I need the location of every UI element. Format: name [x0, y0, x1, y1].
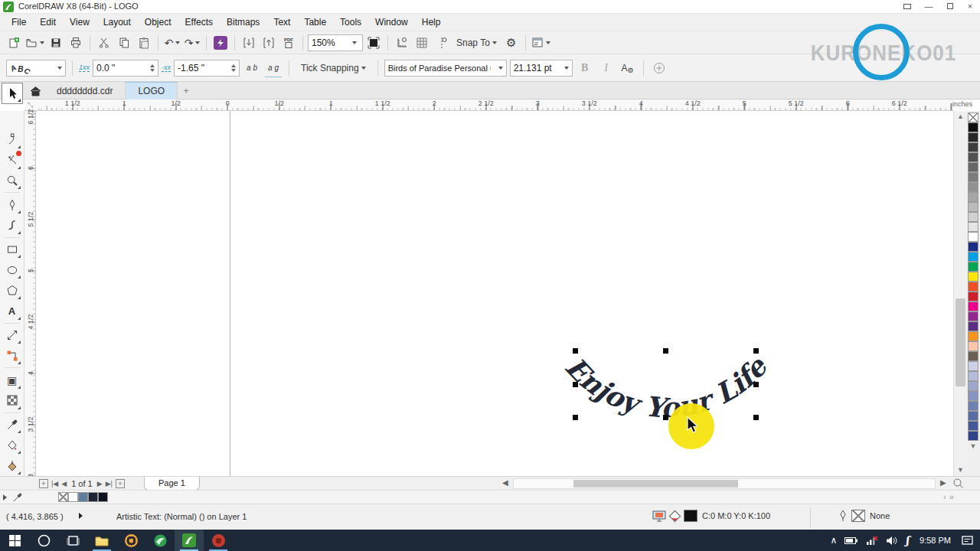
- action-center-icon[interactable]: [962, 535, 974, 546]
- palette-swatch[interactable]: [968, 112, 978, 122]
- menu-item[interactable]: Layout: [96, 15, 138, 30]
- document-palette-swatch[interactable]: [88, 492, 98, 502]
- palette-swatch[interactable]: [968, 331, 978, 341]
- menu-item[interactable]: Effects: [178, 15, 220, 30]
- polygon-tool[interactable]: [2, 280, 22, 301]
- selection-handle-bottom-right[interactable]: [753, 415, 759, 420]
- horizontal-ruler[interactable]: 1 1/211/201/211 1/222 1/233 1/244 1/255 …: [36, 99, 953, 111]
- logo-badge[interactable]: Evder Evder Enjoy Your Life: [366, 111, 953, 476]
- selection-handle-top-left[interactable]: [573, 348, 578, 354]
- new-tab-button[interactable]: +: [178, 82, 194, 99]
- palette-swatch[interactable]: [968, 341, 978, 351]
- battery-icon[interactable]: [844, 536, 858, 545]
- taskbar-app-orange[interactable]: [116, 530, 145, 551]
- application-launcher-button[interactable]: [531, 34, 551, 52]
- palette-swatch[interactable]: [968, 172, 978, 182]
- status-flyout-icon[interactable]: [79, 513, 83, 519]
- scroll-right-button[interactable]: ▶: [940, 478, 946, 487]
- vertical-scrollbar-thumb[interactable]: [956, 298, 965, 386]
- redo-button[interactable]: ↷: [183, 34, 201, 52]
- publish-pdf-button[interactable]: PDF: [279, 34, 298, 52]
- document-tab[interactable]: LOGO: [126, 82, 178, 99]
- horizontal-scrollbar-thumb[interactable]: [573, 480, 738, 487]
- zoom-tool[interactable]: [2, 171, 22, 191]
- distance-spinner[interactable]: [150, 64, 155, 72]
- horizontal-scrollbar[interactable]: [513, 478, 936, 489]
- search-content-button[interactable]: [211, 34, 230, 52]
- open-button[interactable]: [24, 34, 45, 52]
- ellipse-tool[interactable]: [2, 259, 22, 280]
- palette-swatch[interactable]: [968, 292, 978, 302]
- zoom-caret-icon[interactable]: [352, 41, 357, 44]
- snap-to-dropdown[interactable]: Snap To: [452, 34, 501, 52]
- add-page-button-right[interactable]: +: [116, 479, 125, 488]
- font-size-dropdown[interactable]: [510, 60, 573, 77]
- menu-item[interactable]: File: [5, 15, 33, 30]
- font-size-input[interactable]: [514, 63, 558, 73]
- open-caret-icon[interactable]: [40, 41, 44, 44]
- start-button[interactable]: [0, 530, 29, 551]
- palette-swatch[interactable]: [968, 391, 978, 401]
- document-palette-scroll-icons[interactable]: ›»: [943, 492, 957, 501]
- selection-handle-top-right[interactable]: [753, 348, 759, 354]
- last-page-button[interactable]: ▶|: [106, 480, 113, 487]
- document-palette-swatch[interactable]: [68, 492, 78, 502]
- freehand-tool[interactable]: [2, 194, 22, 215]
- connector-tool[interactable]: [2, 345, 22, 366]
- interactive-fill-tool[interactable]: [2, 435, 22, 455]
- mirror-vertically-button[interactable]: a g: [264, 59, 283, 77]
- document-palette-swatch[interactable]: [78, 492, 88, 502]
- palette-scroll-down-icon[interactable]: ▼: [970, 442, 977, 450]
- new-document-button[interactable]: [5, 34, 23, 52]
- selection-handle-top-middle[interactable]: [663, 348, 668, 354]
- selection-handle-bottom-middle[interactable]: [663, 415, 668, 420]
- import-button[interactable]: [240, 34, 258, 52]
- menu-item[interactable]: View: [63, 15, 96, 30]
- palette-swatch[interactable]: [968, 381, 978, 391]
- taskbar-app-green[interactable]: [145, 530, 175, 551]
- palette-swatch[interactable]: [968, 222, 978, 232]
- palette-swatch[interactable]: [968, 351, 978, 361]
- add-properties-button[interactable]: [650, 59, 668, 77]
- palette-swatch[interactable]: [968, 411, 978, 421]
- menu-item[interactable]: Bitmaps: [220, 15, 266, 30]
- color-eyedropper-tool[interactable]: [2, 415, 22, 435]
- bold-button[interactable]: B: [576, 59, 594, 77]
- menu-item[interactable]: Window: [368, 15, 415, 30]
- bspline-tool[interactable]: [2, 215, 22, 236]
- options-button[interactable]: ⚙: [502, 34, 521, 52]
- show-rulers-button[interactable]: [393, 34, 411, 52]
- drawing-canvas[interactable]: Evder Evder Enjoy Your Life: [36, 111, 953, 476]
- italic-button[interactable]: I: [597, 59, 616, 77]
- contour-tool[interactable]: ▣: [2, 370, 22, 390]
- scroll-down-button[interactable]: ▼: [954, 465, 967, 476]
- palette-swatch[interactable]: [968, 252, 978, 262]
- menu-item[interactable]: Help: [415, 15, 448, 30]
- palette-swatch[interactable]: [968, 182, 978, 192]
- redo-caret-icon[interactable]: [195, 41, 200, 44]
- palette-swatch[interactable]: [968, 302, 978, 311]
- document-palette-flyout-icon[interactable]: [3, 494, 7, 500]
- show-grid-button[interactable]: [413, 34, 431, 52]
- shape-tool[interactable]: [2, 129, 22, 150]
- palette-swatch[interactable]: [968, 132, 978, 142]
- undo-caret-icon[interactable]: [175, 41, 180, 44]
- zoom-level-input[interactable]: [312, 37, 350, 48]
- palette-swatch[interactable]: [968, 431, 978, 441]
- network-no-internet-icon[interactable]: [866, 536, 878, 545]
- next-page-button[interactable]: ▶: [97, 480, 103, 487]
- distance-from-path-field[interactable]: [93, 60, 158, 77]
- smart-fill-tool[interactable]: [2, 455, 22, 476]
- palette-swatch[interactable]: [968, 421, 978, 431]
- palette-swatch[interactable]: [968, 232, 978, 242]
- fullscreen-preview-button[interactable]: [364, 34, 383, 52]
- clock[interactable]: 9:58 PM: [916, 536, 954, 545]
- font-name-input[interactable]: [388, 64, 491, 73]
- vertical-ruler[interactable]: 6 1/265 1/254 1/243 1/23: [24, 111, 36, 476]
- maximize-button[interactable]: [940, 0, 960, 14]
- add-page-button-left[interactable]: +: [39, 479, 48, 488]
- page-tab[interactable]: Page 1: [144, 477, 200, 491]
- undo-button[interactable]: ↶: [163, 34, 181, 52]
- document-tab[interactable]: dddddddd.cdr: [44, 82, 126, 99]
- menu-item[interactable]: Table: [297, 15, 333, 30]
